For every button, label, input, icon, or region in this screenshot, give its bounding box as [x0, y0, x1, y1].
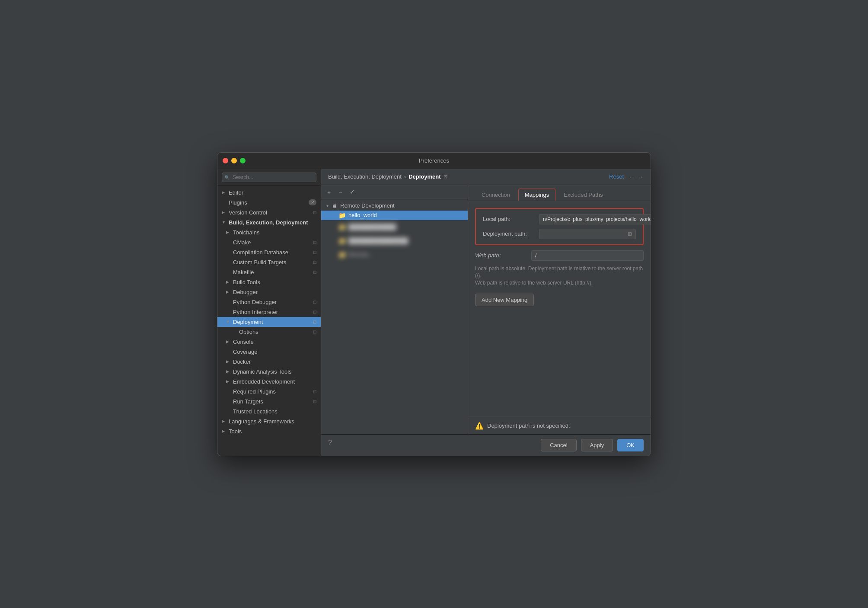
- search-input[interactable]: [222, 173, 316, 182]
- remove-button[interactable]: −: [337, 188, 344, 196]
- sidebar-item-python-interpreter[interactable]: Python Interpreter ⊡: [217, 307, 321, 317]
- sidebar-item-languages-frameworks[interactable]: ▶ Languages & Frameworks: [217, 416, 321, 426]
- tree-item-label: hello_world: [348, 212, 377, 218]
- web-path-label: Web path:: [475, 252, 531, 259]
- folder-icon: 📁: [338, 212, 346, 219]
- sidebar-item-trusted-locations[interactable]: Trusted Locations: [217, 406, 321, 416]
- sidebar-item-dynamic-analysis-tools[interactable]: ▶ Dynamic Analysis Tools: [217, 367, 321, 377]
- breadcrumb-current: Deployment: [408, 173, 440, 180]
- sidebar-item-version-control[interactable]: ▶ Version Control ⊡: [217, 208, 321, 218]
- maximize-button[interactable]: [240, 158, 246, 163]
- mapping-panel: Connection Mappings Excluded Paths: [468, 185, 651, 434]
- sidebar-item-toolchains[interactable]: ▶ Toolchains: [217, 227, 321, 237]
- warning-text: Deployment path is not specified.: [487, 422, 570, 429]
- breadcrumb-parent[interactable]: Build, Execution, Deployment: [328, 173, 402, 180]
- sync-icon: ⊡: [313, 389, 316, 394]
- help-icon[interactable]: ?: [328, 439, 332, 451]
- panel-header-actions: Reset ← →: [609, 173, 644, 180]
- sidebar-item-label: Languages & Frameworks: [229, 418, 316, 425]
- sidebar-item-coverage[interactable]: Coverage: [217, 347, 321, 357]
- sidebar-item-python-debugger[interactable]: Python Debugger ⊡: [217, 297, 321, 307]
- sidebar-item-run-targets[interactable]: Run Targets ⊡: [217, 397, 321, 406]
- tree-item-blurred-1[interactable]: 📁 ████████████: [321, 220, 468, 234]
- folder-icon: 📁: [338, 224, 346, 230]
- sync-icon: ⊡: [313, 210, 316, 215]
- sidebar-search-area: [217, 169, 321, 186]
- preferences-window: Preferences ▶ Editor Plugins 2: [217, 152, 651, 456]
- right-panel: Build, Execution, Deployment › Deploymen…: [321, 169, 651, 456]
- sidebar-item-label: CMake: [233, 239, 311, 246]
- local-path-row: Local path: n/Projects/c_plus_plus/my_pr…: [483, 214, 636, 224]
- sidebar-item-docker[interactable]: ▶ Docker: [217, 357, 321, 367]
- sidebar-item-console[interactable]: ▶ Console: [217, 337, 321, 347]
- tab-connection[interactable]: Connection: [475, 189, 517, 201]
- chevron-down-icon: ▼: [326, 204, 332, 208]
- chevron-right-icon: ▶: [226, 280, 232, 284]
- browse-deployment-icon[interactable]: ⊞: [625, 231, 632, 237]
- tree-item-hello-world[interactable]: 📁 hello_world: [321, 211, 468, 220]
- sync-icon: ⊡: [313, 260, 316, 265]
- local-path-label: Local path:: [483, 216, 539, 222]
- deployment-path-input[interactable]: ⊞: [539, 229, 636, 239]
- main-content: ▶ Editor Plugins 2 ▶ Version Control ⊡: [217, 169, 651, 456]
- chevron-down-icon: ▼: [222, 220, 228, 224]
- sync-icon: ⊡: [313, 320, 316, 324]
- sidebar-item-plugins[interactable]: Plugins 2: [217, 198, 321, 208]
- sidebar-item-label: Python Interpreter: [233, 309, 311, 315]
- warning-icon: ⚠️: [475, 422, 484, 430]
- cancel-button[interactable]: Cancel: [541, 439, 576, 451]
- sidebar-item-build-execution-deployment[interactable]: ▼ Build, Execution, Deployment: [217, 218, 321, 227]
- back-arrow[interactable]: ←: [629, 173, 635, 180]
- mapping-content: Local path: n/Projects/c_plus_plus/my_pr…: [468, 201, 651, 417]
- add-new-mapping-button[interactable]: Add New Mapping: [475, 294, 534, 306]
- sidebar-item-deployment[interactable]: ▼ Deployment ⊡: [217, 317, 321, 327]
- sidebar-item-label: Dynamic Analysis Tools: [233, 368, 316, 375]
- local-path-input[interactable]: n/Projects/c_plus_plus/my_projects/hello…: [539, 214, 651, 224]
- tab-label: Mappings: [525, 192, 549, 198]
- sidebar-item-required-plugins[interactable]: Required Plugins ⊡: [217, 387, 321, 397]
- sidebar-item-custom-build-targets[interactable]: Custom Build Targets ⊡: [217, 257, 321, 267]
- tree-item-blurred-3[interactable]: 📁 Remote...: [321, 248, 468, 262]
- folder-icon: 📁: [338, 251, 346, 258]
- forward-arrow[interactable]: →: [638, 173, 644, 180]
- add-button[interactable]: +: [326, 188, 332, 196]
- sidebar-item-cmake[interactable]: CMake ⊡: [217, 237, 321, 247]
- sidebar-item-makefile[interactable]: Makefile ⊡: [217, 267, 321, 277]
- sidebar-item-label: Version Control: [229, 209, 311, 216]
- minimize-button[interactable]: [231, 158, 237, 163]
- close-button[interactable]: [223, 158, 228, 163]
- folder-icon: 📁: [338, 237, 346, 244]
- sync-icon: ⊡: [313, 250, 316, 255]
- sidebar-item-build-tools[interactable]: ▶ Build Tools: [217, 277, 321, 287]
- sidebar-item-label: Editor: [229, 189, 316, 196]
- titlebar: Preferences: [217, 153, 651, 169]
- mapping-box: Local path: n/Projects/c_plus_plus/my_pr…: [475, 208, 644, 245]
- tab-mappings[interactable]: Mappings: [518, 189, 555, 201]
- sync-icon: ⊡: [313, 310, 316, 314]
- sidebar-item-label: Build, Execution, Deployment: [229, 219, 316, 226]
- check-button[interactable]: ✓: [348, 188, 357, 196]
- sidebar: ▶ Editor Plugins 2 ▶ Version Control ⊡: [217, 169, 321, 456]
- sidebar-item-editor[interactable]: ▶ Editor: [217, 188, 321, 198]
- reset-button[interactable]: Reset: [609, 173, 624, 180]
- sidebar-item-compilation-database[interactable]: Compilation Database ⊡: [217, 247, 321, 257]
- window-title: Preferences: [419, 157, 449, 164]
- sidebar-item-debugger[interactable]: ▶ Debugger: [217, 287, 321, 297]
- web-path-input[interactable]: [531, 250, 644, 261]
- sidebar-item-options[interactable]: Options ⊡: [217, 327, 321, 337]
- chevron-right-icon: ▶: [226, 290, 232, 294]
- deployment-path-row: Deployment path: ⊞: [483, 229, 636, 239]
- ok-button[interactable]: OK: [617, 439, 644, 451]
- tree-item-remote-dev[interactable]: ▼ 🖥 Remote Development: [321, 201, 468, 211]
- sidebar-item-label: Python Debugger: [233, 299, 311, 305]
- chevron-right-icon: ▶: [226, 379, 232, 384]
- apply-button[interactable]: Apply: [581, 439, 613, 451]
- sidebar-item-tools[interactable]: ▶ Tools: [217, 426, 321, 436]
- sidebar-item-label: Tools: [229, 428, 316, 435]
- tree-item-label: ████████████: [348, 224, 396, 230]
- tab-excluded-paths[interactable]: Excluded Paths: [557, 189, 609, 201]
- tab-label: Excluded Paths: [564, 192, 603, 198]
- sidebar-item-label: Build Tools: [233, 279, 316, 285]
- tree-item-blurred-2[interactable]: 📁 ███████████████: [321, 234, 468, 248]
- sidebar-item-embedded-development[interactable]: ▶ Embedded Development: [217, 377, 321, 387]
